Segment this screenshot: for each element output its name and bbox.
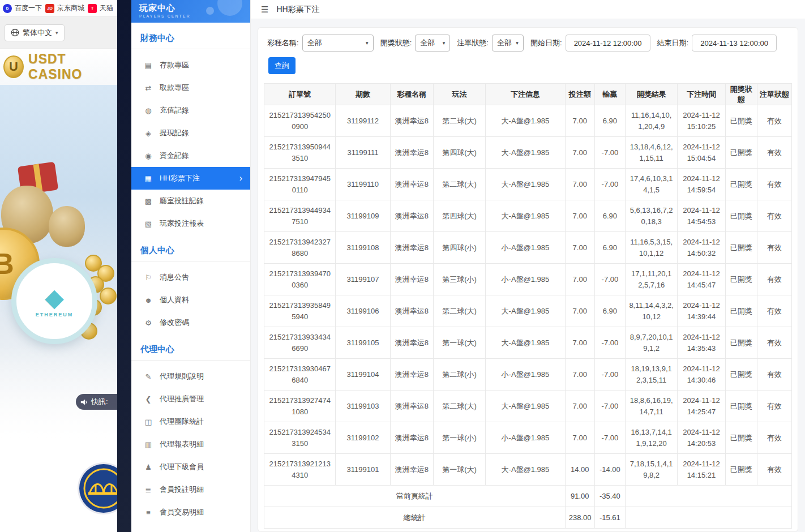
cell-period: 31199109 [336,200,390,232]
cell-period: 31199112 [336,105,390,137]
table-row: 215217313947945011031199110澳洲幸运8第二球(大)大-… [264,169,792,200]
cell-info: 大-A盤@1.985 [486,454,565,486]
cell-info: 大-A盤@1.985 [486,391,565,422]
column-header: 投注額 [565,84,594,105]
cell-play: 第一球(大) [433,327,485,359]
baidu-favicon: b [3,4,12,13]
cell-period: 31199105 [336,327,390,359]
sidebar-item-hh-lottery[interactable]: ▦HH彩票下注› [131,167,250,190]
cell-lottery: 澳洲幸运8 [390,454,433,486]
lottery-filter-label: 彩種名稱: [267,38,299,48]
sidebar-item-agent-rules[interactable]: ✎代理規則說明 [131,365,250,388]
player-report-icon: ▧ [144,220,153,228]
sidebar-item-label: 代理規則說明 [160,371,204,381]
sidebar-item-member-bet-detail[interactable]: ≣會員投註明細 [131,478,250,501]
table-row: 215217313930467684031199104澳洲幸运8第二球(小)小-… [264,359,792,391]
filter-bar: 彩種名稱: 全部 ▾ 開獎狀態: 全部 ▾ 注單狀態: 全部 ▾ 開始日期: 結… [264,35,792,52]
cell-period: 31199101 [336,454,390,486]
page-summary-win: -35.40 [594,486,625,507]
notice-icon: ⚐ [144,273,153,282]
recharge-record-icon: ◍ [144,106,153,115]
agent-team-icon: ◫ [144,418,153,426]
cell-order: 2152173139245343150 [264,422,336,454]
column-header: 下注信息 [486,84,565,105]
cell-order_status: 有效 [757,169,791,200]
lottery-select[interactable]: 全部 ▾ [302,35,374,52]
cell-order: 2152173139509443510 [264,137,336,169]
table-row: 215217313924534315031199102澳洲幸运8第一球(小)小-… [264,422,792,454]
table-row: 215217313921213431031199101澳洲幸运8第一球(大)大-… [264,454,792,486]
cell-period: 31199106 [336,295,390,327]
cell-order_status: 有效 [757,137,791,169]
site-logo[interactable]: U USDT CASINO [0,49,117,85]
query-button[interactable]: 查詢 [268,57,296,74]
table-row: 215217313933434669031199105澳洲幸运8第一球(大)大-… [264,327,792,359]
main-area: ☰ HH彩票下注 彩種名稱: 全部 ▾ 開獎狀態: 全部 ▾ 注單狀態: 全部 … [251,0,805,532]
cell-info: 大-A盤@1.985 [486,200,565,232]
cell-result: 16,13,7,14,11,9,12,20 [626,422,678,454]
sidebar-item-member-trade-detail[interactable]: ≡會員交易明細 [131,501,250,524]
sidebar-subtitle: PLAYERS CENTER [139,14,250,18]
bookmark-jd[interactable]: JD 京东商城 [45,3,84,13]
page-summary-label: 當前頁統計 [264,486,566,507]
sidebar-item-profile[interactable]: ☻個人資料 [131,289,250,311]
page-summary-row: 當前頁統計 91.00 -35.40 [264,486,792,507]
cell-play: 第一球(小) [433,422,485,454]
language-label: 繁体中文 [23,28,52,38]
column-header: 期數 [336,84,390,105]
sidebar-item-withdraw[interactable]: ⇄取款專區 [131,76,250,99]
bookmark-label: 京东商城 [57,3,84,13]
main-header: ☰ HH彩票下注 [251,0,805,19]
order-status-select[interactable]: 全部 ▾ [492,35,524,52]
cell-result: 17,1,11,20,12,5,7,16 [626,264,678,295]
gold-coin-shape [100,288,117,304]
cell-order_status: 有效 [757,391,791,422]
sidebar-item-password[interactable]: ⚙修改密碼 [131,311,250,334]
sidebar-item-recharge-record[interactable]: ◍充值記錄 [131,99,250,122]
speaker-icon [80,398,88,406]
sidebar-item-agent-members[interactable]: ♟代理下級會員 [131,456,250,478]
language-selector[interactable]: 繁体中文 ▾ [5,24,65,41]
cell-period: 31199103 [336,391,390,422]
cell-order_status: 有效 [757,422,791,454]
cell-info: 大-A盤@1.985 [486,295,565,327]
cell-win: -7.00 [594,327,625,359]
sidebar-item-funds-record[interactable]: ◉資金記錄 [131,144,250,167]
cell-order_status: 有效 [757,105,791,137]
sidebar-item-label: 代理推廣管理 [160,394,204,404]
cell-period: 31199107 [336,264,390,295]
end-date-input[interactable] [692,35,777,52]
sidebar-item-label: 取款專區 [160,83,189,93]
sidebar-item-agent-report[interactable]: ▥代理報表明細 [131,433,250,456]
sidebar-item-deposit[interactable]: ▤存款專區 [131,54,250,76]
cell-lottery: 澳洲幸运8 [390,327,433,359]
sidebar-item-agent-promo[interactable]: ❮代理推廣管理 [131,388,250,410]
sidebar-item-notice[interactable]: ⚐消息公告 [131,266,250,289]
eth-diamond-icon: ◆ [45,285,64,310]
cell-period: 31199111 [336,137,390,169]
bets-card: 彩種名稱: 全部 ▾ 開獎狀態: 全部 ▾ 注單狀態: 全部 ▾ 開始日期: 結… [258,27,798,532]
cell-lottery: 澳洲幸运8 [390,169,433,200]
order-status-select-value: 全部 [497,38,512,48]
cell-play: 第二球(小) [433,359,485,391]
bookmark-tmall[interactable]: T 天猫 [88,3,113,13]
sidebar-item-agent-team[interactable]: ◫代理團隊統計 [131,410,250,433]
sidebar-item-room-bet-record[interactable]: ▩廳室投註記錄 [131,190,250,212]
language-bar: 繁体中文 ▾ [0,17,117,49]
cell-info: 小-A盤@1.985 [486,264,565,295]
menu-icon[interactable]: ☰ [261,5,268,15]
start-date-input[interactable] [566,35,650,52]
bets-table-body: 215217313954250090031199112澳洲幸运8第二球(大)大-… [264,105,792,486]
sidebar-item-player-report[interactable]: ▧玩家投注報表 [131,212,250,235]
draw-status-select[interactable]: 全部 ▾ [415,35,450,52]
sidebar-item-label: HH彩票下注 [160,173,200,183]
news-ticker-label: 快訊: [91,397,108,407]
sidebar-item-withdraw-record[interactable]: ◈提現記錄 [131,122,250,144]
caret-down-icon: ▾ [55,30,58,36]
cell-draw_status: 已開獎 [725,169,757,200]
bookmark-baidu[interactable]: b 百度一下 [3,3,42,13]
cell-win: 6.90 [594,105,625,137]
cell-draw_status: 已開獎 [725,295,757,327]
main-content: 彩種名稱: 全部 ▾ 開獎狀態: 全部 ▾ 注單狀態: 全部 ▾ 開始日期: 結… [251,19,805,532]
news-ticker: 快訊: [76,394,117,410]
